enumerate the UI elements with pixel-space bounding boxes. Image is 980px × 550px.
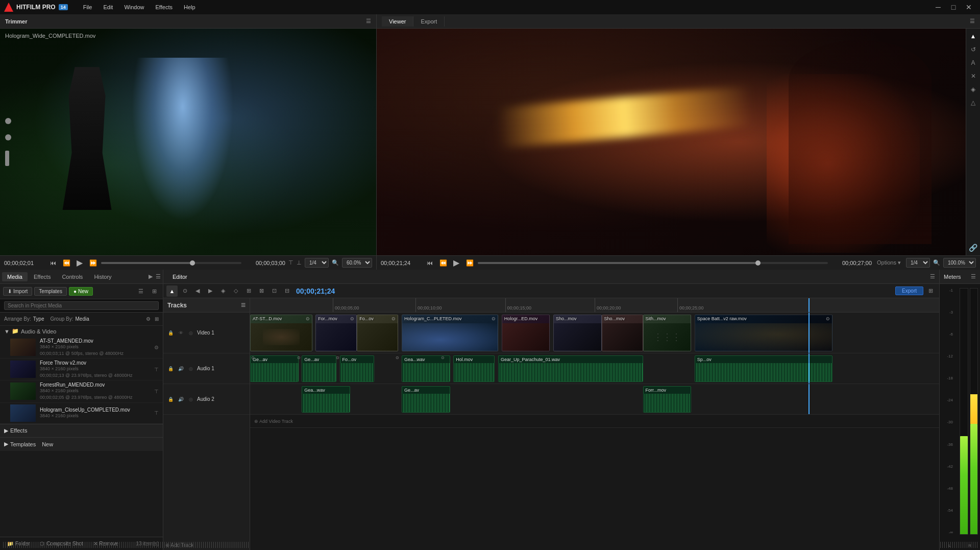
video-clip-sith[interactable]: Sith...mov ⋮⋮⋮ — [643, 315, 692, 351]
snap-tool[interactable]: ⊙ — [179, 285, 190, 297]
media-item-menu-icon[interactable]: ⚙ — [154, 345, 159, 350]
viewer-scrub-head[interactable] — [755, 260, 761, 266]
media-item[interactable]: Hologram_CloseUp_COMPLETED.mov 3840 × 21… — [0, 403, 163, 424]
arrange-layout-icon[interactable]: ⊞ — [155, 316, 159, 322]
step-back-button[interactable]: ⏪ — [61, 258, 71, 268]
tab-history[interactable]: History — [89, 272, 116, 281]
video-clip-spacebattle[interactable]: Space Batt...v2 raw.mov ⊙ — [695, 315, 832, 351]
media-item-menu-icon[interactable]: ⊤ — [154, 410, 159, 416]
new-template-btn[interactable]: New — [42, 441, 53, 447]
track-solo-audio2[interactable]: ◎ — [187, 395, 195, 403]
video-clip-forcethrow[interactable]: For...mov ⊙ — [315, 315, 357, 351]
media-item[interactable]: AT-ST_AMENDED.mov 3840 × 2160 pixels 00;… — [0, 337, 163, 358]
track-solo-audio1[interactable]: ◎ — [187, 365, 195, 373]
viewer-menu-icon[interactable]: ☰ — [970, 18, 975, 25]
zoom-in-editor[interactable]: ◀ — [192, 285, 203, 297]
viewer-play-pause[interactable]: ▶ — [451, 258, 461, 268]
select-tool-editor[interactable]: ▲ — [166, 285, 178, 297]
timeline-tracks[interactable]: AT-ST...D.mov ⊙ For...mov ⊙ — [250, 313, 939, 550]
zoom-out-editor[interactable]: ▶ — [205, 285, 216, 297]
menu-effects[interactable]: Effects — [151, 3, 178, 11]
trimmer-scrubber[interactable] — [101, 262, 241, 264]
orbit-tool[interactable]: ↺ — [968, 44, 979, 55]
tracker-tool[interactable]: ◈ — [968, 84, 979, 95]
step-forward-button[interactable]: ⏩ — [88, 258, 98, 268]
track-lock-audio2[interactable]: 🔒 — [166, 395, 175, 403]
video-clip-hologred[interactable]: Hologr...ED.mov — [502, 315, 550, 351]
go-to-start-button[interactable]: ⏮ — [48, 258, 58, 268]
viewer-zoom-select[interactable]: 100.0% — [943, 258, 976, 268]
trimmer-scrub-head[interactable] — [190, 260, 195, 266]
media-item-menu-icon[interactable]: ⊤ — [154, 367, 159, 372]
mask-tool[interactable]: ✕ — [968, 70, 979, 82]
video-clip-sho1[interactable]: Sho...mov — [553, 315, 602, 351]
viewer-scrubber[interactable] — [478, 262, 828, 264]
track-mute-audio2[interactable]: 🔊 — [177, 395, 185, 403]
tab-viewer[interactable]: Viewer — [382, 16, 413, 27]
list-view-button[interactable]: ☰ — [135, 286, 146, 297]
viewer-zoom-search-icon[interactable]: 🔍 — [933, 259, 940, 266]
close-button[interactable]: ✕ — [962, 2, 976, 13]
viewer-go-to-start[interactable]: ⏮ — [425, 258, 435, 268]
media-section-audio-video[interactable]: ▼ 📁 Audio & Video — [0, 326, 163, 337]
track-lock-audio1[interactable]: 🔒 — [166, 365, 175, 373]
new-button[interactable]: ● New — [69, 287, 93, 296]
arrange-settings-icon[interactable]: ⚙ — [146, 316, 151, 322]
grid-view-button[interactable]: ⊞ — [149, 286, 160, 297]
arrange-by-value[interactable]: Type — [33, 316, 44, 322]
menu-edit[interactable]: Edit — [98, 3, 118, 11]
tab-controls[interactable]: Controls — [57, 272, 88, 281]
group-by-value[interactable]: Media — [76, 316, 89, 322]
trimmer-menu-icon[interactable]: ☰ — [366, 18, 371, 25]
slip-edit[interactable]: ⊡ — [268, 285, 280, 297]
panel-tab-arrow[interactable]: ▶ — [149, 275, 153, 279]
media-item-menu-icon[interactable]: ⊤ — [154, 389, 159, 394]
timeline-ruler[interactable]: 00;00;05;00 00;00;10;00 00;00;15;00 00;0… — [250, 298, 939, 313]
trimmer-out-icon[interactable]: ⊥ — [297, 259, 302, 266]
viewer-step-back[interactable]: ⏪ — [438, 258, 448, 268]
select-tool[interactable]: ▲ — [968, 31, 979, 42]
meters-menu-icon[interactable]: ☰ — [971, 273, 976, 280]
viewer-options-btn[interactable]: Options ▾ — [875, 259, 903, 266]
menu-window[interactable]: Window — [119, 3, 149, 11]
import-button[interactable]: ⬇ Import — [3, 287, 32, 296]
trimmer-zoom-select[interactable]: 60.0% — [342, 258, 372, 268]
viewer-content[interactable]: ▲ ↺ A ✕ ◈ △ 🔗 — [377, 29, 980, 255]
tab-editor[interactable]: Editor — [167, 272, 192, 281]
editor-menu-icon[interactable]: ☰ — [930, 273, 935, 280]
add-video-track-btn[interactable]: ⊕ Add Video Track — [254, 419, 293, 424]
trimmer-zoom-icon[interactable]: 🔍 — [332, 259, 339, 266]
video-clip-sho2[interactable]: Sho...mov — [602, 315, 643, 351]
tracks-menu-icon[interactable]: ☰ — [241, 302, 246, 308]
audio-clip-gea2[interactable]: Gea...wav — [302, 386, 350, 413]
link-viewer-icon[interactable]: 🔗 — [968, 242, 979, 253]
tab-effects-panel[interactable]: Effects — [29, 272, 56, 281]
templates-section-header[interactable]: ▶ Templates New — [0, 438, 163, 451]
minimize-button[interactable]: ─ — [931, 2, 945, 13]
pen-tool[interactable]: △ — [968, 97, 979, 108]
video-clip-fo[interactable]: Fo...ov ⊙ — [357, 315, 398, 351]
audio-clip-ge3[interactable]: Ge...av — [402, 386, 450, 413]
tab-media[interactable]: Media — [2, 272, 28, 281]
playhead-marker[interactable] — [5, 151, 9, 166]
menu-help[interactable]: Help — [179, 3, 201, 11]
effects-section-header[interactable]: ▶ Effects — [0, 424, 163, 438]
media-item[interactable]: Force Throw v2.mov 3840 × 2160 pixels 00… — [0, 358, 163, 380]
track-lock-icon[interactable]: 🔒 — [166, 329, 175, 337]
trimmer-content[interactable]: Hologram_Wide_COMPLETED.mov — [0, 29, 376, 255]
templates-button[interactable]: Templates — [34, 287, 67, 296]
mark-out-editor[interactable]: ◇ — [230, 285, 241, 297]
out-point-marker[interactable] — [5, 134, 11, 140]
editor-export-button[interactable]: Export — [895, 286, 923, 295]
video-clip-hologram[interactable]: Hologram_C...PLETED.mov ⊙ — [402, 315, 498, 351]
track-visible-icon[interactable]: 👁 — [177, 329, 185, 337]
slide-edit[interactable]: ⊟ — [281, 285, 292, 297]
mark-in-editor[interactable]: ◈ — [217, 285, 229, 297]
trimmer-quality-select[interactable]: 1/41/2Full — [305, 258, 329, 268]
search-input[interactable] — [4, 301, 159, 310]
viewer-quality-select[interactable]: 1/41/2Full — [906, 258, 930, 268]
track-solo-icon[interactable]: ◎ — [187, 329, 195, 337]
left-panel-menu-icon[interactable]: ☰ — [156, 273, 161, 280]
text-tool[interactable]: A — [968, 57, 979, 68]
roll-edit[interactable]: ⊠ — [256, 285, 267, 297]
